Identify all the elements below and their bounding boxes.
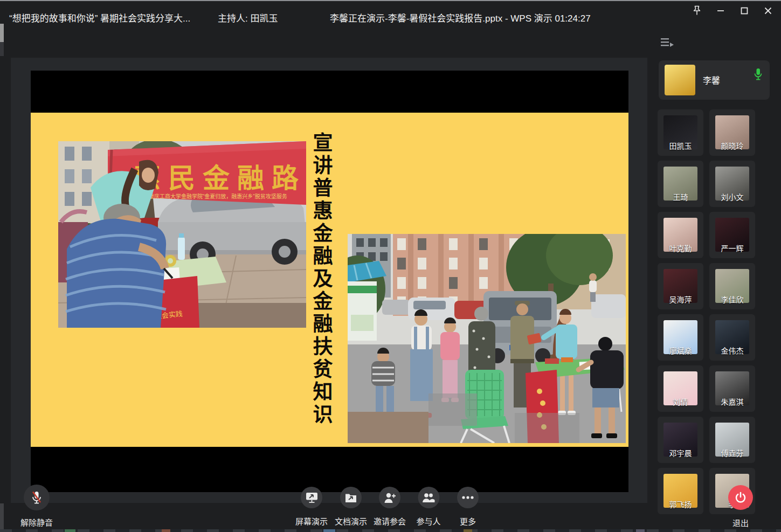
exit-button[interactable]: 退出 — [728, 485, 753, 528]
participant-name: 邓宇晨 — [658, 447, 703, 458]
maximize-icon — [740, 6, 749, 15]
more-button[interactable]: 更多 — [457, 487, 479, 527]
exit-label: 退出 — [732, 517, 749, 528]
document-share-label: 文档演示 — [335, 515, 367, 527]
power-icon — [734, 491, 747, 504]
collapse-list-icon — [661, 38, 675, 50]
presenting-title: 李馨正在演示-李馨-暑假社会实践报告.pptx - WPS 演示 01:24:2… — [330, 11, 591, 24]
presenter-name: 李馨 — [703, 73, 720, 86]
participant-name: 廖斌燊 — [658, 345, 703, 356]
slide-vertical-title: 宣讲普惠金融及金融扶贫知识 — [308, 132, 335, 434]
background-window-sliver — [0, 24, 4, 42]
document-share-button[interactable]: 文档演示 — [335, 487, 367, 527]
participant-tile-严一辉[interactable]: 严一辉 — [709, 212, 755, 258]
participant-name: 叶克勤 — [658, 243, 703, 253]
unmute-label: 解除静音 — [20, 516, 53, 528]
participant-tile-邓宇晨[interactable]: 邓宇晨 — [658, 417, 703, 463]
close-button[interactable] — [759, 3, 777, 18]
participant-name: 郭飞扬 — [658, 499, 703, 509]
participant-tile-傅垚芬[interactable]: 傅垚芬 — [709, 417, 755, 463]
document-share-icon — [345, 493, 357, 503]
screen-share-icon — [305, 492, 317, 503]
close-icon — [764, 6, 772, 15]
window-controls — [688, 3, 777, 18]
background-window-sliver-bottom — [0, 503, 4, 529]
unmute-button[interactable]: 解除静音 — [20, 485, 53, 528]
participant-tile-李佳欣[interactable]: 李佳欣 — [709, 263, 755, 309]
host-label: 主持人: 田凯玉 — [218, 11, 278, 24]
invite-button[interactable]: 邀请参会 — [374, 487, 406, 527]
participant-tile-吴海萍[interactable]: 吴海萍 — [658, 263, 703, 309]
maximize-button[interactable] — [736, 3, 753, 18]
minimize-icon — [716, 6, 725, 15]
meeting-title: “想把我的故事和你说” 暑期社会实践分享大... — [9, 11, 190, 24]
photo-banner-main-text: 惠民金融路 — [134, 162, 306, 194]
participant-tile-王琦[interactable]: 王琦 — [658, 161, 703, 207]
participant-name: 傅垚芬 — [709, 447, 755, 458]
participant-tile-颜晓玲[interactable]: 颜晓玲 — [709, 109, 755, 156]
mic-on-icon — [754, 68, 763, 83]
participants-label: 参与人 — [416, 515, 440, 527]
photo-banner-sub-text: ——重庆工商大学金融学院“金夏归放，融惠兴乡”脱贫攻坚服务 — [138, 193, 287, 199]
collapse-participant-list-button[interactable] — [661, 38, 675, 50]
participant-tile-刘小文[interactable]: 刘小文 — [709, 161, 755, 207]
participants-icon — [421, 493, 435, 503]
participant-grid: 田凯玉 颜晓玲 王琦 刘小文 叶克勤 严一辉 吴海萍 李佳欣 廖斌燊 金伟杰 刘 — [658, 109, 756, 514]
participant-tile-朱嘉淇[interactable]: 朱嘉淇 — [709, 365, 755, 412]
slide-photo-right — [348, 234, 626, 443]
presenter-card[interactable]: 李馨 — [659, 60, 770, 100]
background-window-sliver-dim — [0, 42, 4, 56]
invite-icon — [383, 492, 396, 503]
participant-name: 田凯玉 — [658, 140, 703, 151]
screen-share-button[interactable]: 屏幕演示 — [295, 487, 328, 527]
screen-share-label: 屏幕演示 — [295, 515, 328, 527]
pin-icon — [692, 5, 702, 17]
participant-tile-郭飞扬[interactable]: 郭飞扬 — [658, 468, 703, 514]
participant-name: 刘倩 — [658, 396, 703, 407]
slide: 惠民金融路 ——重庆工商大学金融学院“金夏归放，融惠兴乡”脱贫攻坚服务 “乡”社… — [31, 113, 628, 447]
participants-button[interactable]: 参与人 — [416, 487, 440, 527]
participant-name: 朱嘉淇 — [709, 396, 755, 407]
invite-label: 邀请参会 — [374, 515, 406, 527]
taskbar-sliver — [0, 529, 781, 532]
participant-name: 金伟杰 — [709, 345, 755, 356]
window-top-border — [0, 0, 781, 1]
participant-name: 严一辉 — [709, 243, 755, 253]
slide-photo-left: 惠民金融路 ——重庆工商大学金融学院“金夏归放，融惠兴乡”脱贫攻坚服务 “乡”社… — [58, 141, 306, 328]
more-label: 更多 — [460, 515, 476, 527]
more-dots-icon — [461, 495, 474, 500]
participant-tile-刘倩[interactable]: 刘倩 — [658, 365, 703, 412]
minimize-button[interactable] — [712, 3, 729, 18]
pin-button[interactable] — [688, 3, 706, 18]
participant-name: 刘小文 — [709, 191, 755, 202]
participant-tile-金伟杰[interactable]: 金伟杰 — [709, 314, 755, 361]
participant-tile-田凯玉[interactable]: 田凯玉 — [658, 109, 703, 156]
participant-name: 李佳欣 — [709, 294, 755, 305]
participant-name: 王琦 — [658, 191, 703, 202]
participant-tile-叶克勤[interactable]: 叶克勤 — [658, 212, 703, 258]
mic-muted-icon — [31, 490, 43, 505]
participant-name: 颜晓玲 — [709, 140, 755, 151]
participant-name: 吴海萍 — [658, 294, 703, 305]
presentation-stage: 惠民金融路 ——重庆工商大学金融学院“金夏归放，融惠兴乡”脱贫攻坚服务 “乡”社… — [31, 71, 628, 492]
participant-tile-廖斌燊[interactable]: 廖斌燊 — [658, 314, 703, 361]
presenter-avatar — [665, 65, 695, 95]
